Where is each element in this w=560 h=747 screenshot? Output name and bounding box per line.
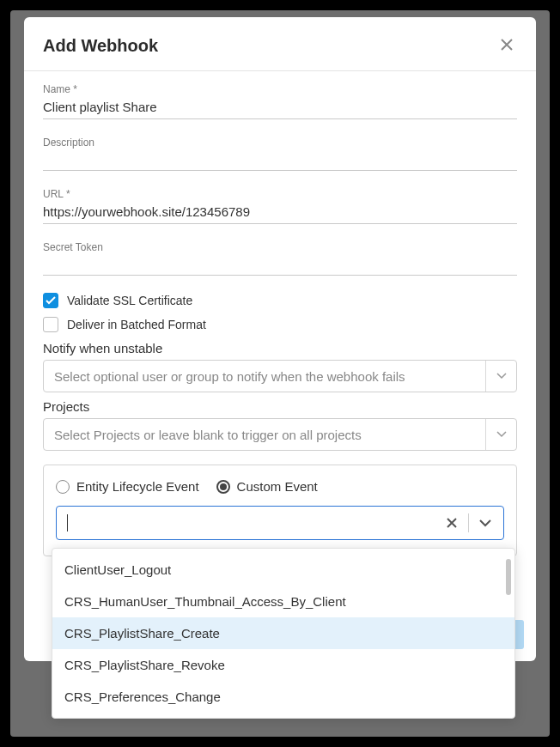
secret-input[interactable]: [43, 255, 517, 276]
chevron-down-icon[interactable]: [476, 516, 495, 531]
lifecycle-radio-option[interactable]: Entity Lifecycle Event: [56, 479, 199, 494]
close-button[interactable]: [496, 34, 517, 57]
scrollbar-thumb[interactable]: [506, 559, 511, 595]
name-field-group: Name *: [43, 83, 517, 119]
modal-title: Add Webhook: [43, 36, 158, 56]
batched-checkbox-row: Deliver in Batched Format: [43, 317, 517, 332]
dropdown-item[interactable]: ClientUser_Logout: [52, 554, 514, 586]
combo-controls: [442, 513, 495, 532]
custom-radio-label: Custom Event: [237, 479, 318, 494]
secret-label: Secret Token: [43, 241, 517, 253]
notify-placeholder: Select optional user or group to notify …: [54, 369, 405, 384]
separator: [468, 513, 469, 532]
event-type-radio-group: Entity Lifecycle Event Custom Event: [56, 479, 504, 494]
lifecycle-radio-label: Entity Lifecycle Event: [76, 479, 199, 494]
custom-radio-option[interactable]: Custom Event: [216, 479, 318, 494]
notify-select[interactable]: Select optional user or group to notify …: [43, 360, 517, 392]
batched-checkbox[interactable]: [43, 317, 58, 332]
event-combobox[interactable]: [56, 506, 504, 540]
projects-placeholder: Select Projects or leave blank to trigge…: [54, 428, 362, 442]
dropdown-item[interactable]: CRS_Preferences_Change: [52, 681, 514, 713]
ssl-checkbox[interactable]: [43, 293, 58, 308]
description-field-group: Description: [43, 137, 517, 171]
close-icon: [500, 34, 514, 56]
event-search-input[interactable]: [68, 516, 442, 531]
chevron-down-icon: [485, 361, 516, 392]
description-label: Description: [43, 137, 517, 149]
url-input[interactable]: [43, 202, 517, 224]
projects-label: Projects: [43, 399, 517, 414]
custom-radio: [216, 480, 230, 494]
dropdown-item[interactable]: CRS_HumanUser_Thumbnail_Access_By_Client: [52, 586, 514, 617]
dropdown-item[interactable]: CRS_PlaylistShare_Create: [52, 617, 514, 649]
clear-icon[interactable]: [442, 513, 461, 532]
notify-label: Notify when unstable: [43, 341, 517, 355]
name-input[interactable]: [43, 97, 517, 119]
secret-field-group: Secret Token: [43, 241, 517, 276]
dropdown-list: ClientUser_Logout CRS_HumanUser_Thumbnai…: [52, 554, 514, 713]
description-input[interactable]: [43, 150, 517, 171]
url-field-group: URL *: [43, 188, 517, 224]
chevron-down-icon: [485, 419, 516, 450]
name-label: Name *: [43, 83, 517, 95]
ssl-checkbox-label: Validate SSL Certificate: [67, 294, 192, 307]
url-label: URL *: [43, 188, 517, 200]
ssl-checkbox-row: Validate SSL Certificate: [43, 293, 517, 308]
projects-select[interactable]: Select Projects or leave blank to trigge…: [43, 418, 517, 451]
event-dropdown: ClientUser_Logout CRS_HumanUser_Thumbnai…: [52, 548, 515, 719]
lifecycle-radio: [56, 480, 70, 494]
event-panel: Entity Lifecycle Event Custom Event: [43, 465, 517, 556]
modal-header: Add Webhook: [24, 17, 536, 71]
dropdown-item[interactable]: CRS_PlaylistShare_Revoke: [52, 649, 514, 681]
batched-checkbox-label: Deliver in Batched Format: [67, 318, 206, 331]
